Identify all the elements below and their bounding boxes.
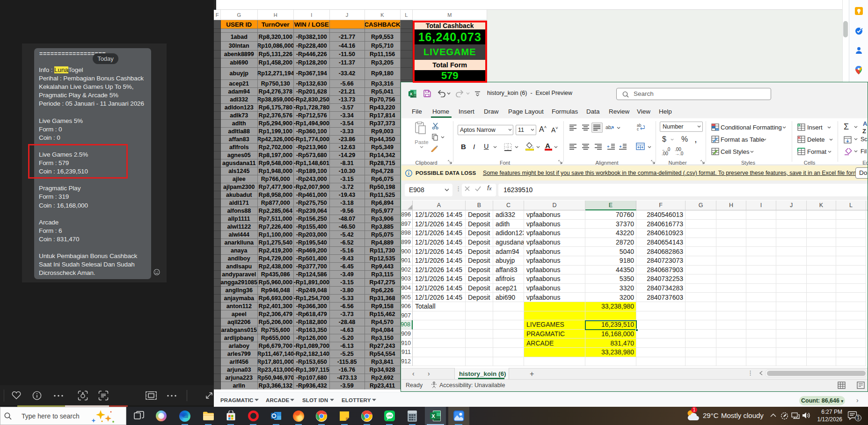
svg-text:X: X (409, 92, 412, 96)
svg-text:X: X (431, 413, 435, 419)
svg-text:LINE: LINE (387, 414, 393, 417)
svg-text:ab: ab (605, 124, 611, 130)
